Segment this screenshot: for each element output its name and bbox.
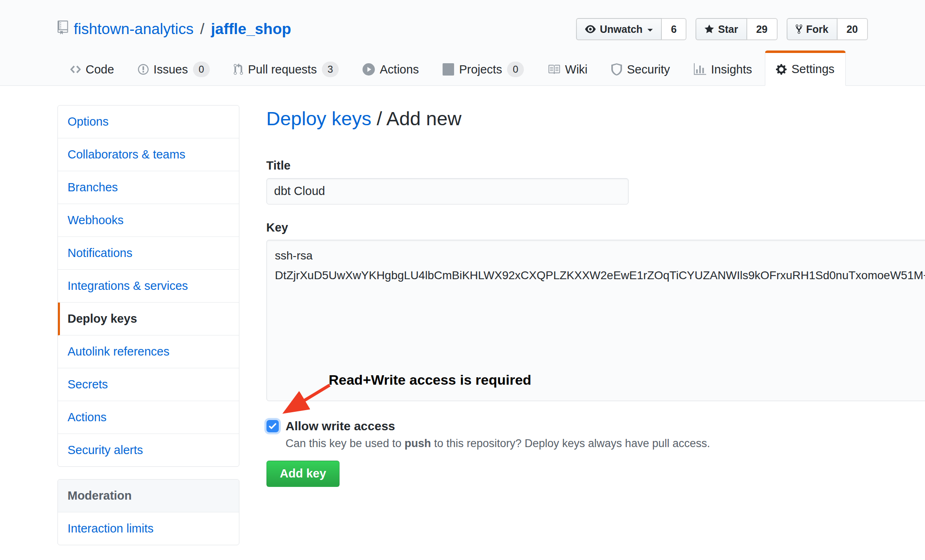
tab-projects[interactable]: Projects0 (432, 50, 535, 86)
tab-settings[interactable]: Settings (765, 50, 846, 86)
settings-sidebar: OptionsCollaborators & teamsBranchesWebh… (57, 105, 239, 545)
unwatch-count[interactable]: 6 (662, 18, 686, 40)
graph-icon (694, 63, 706, 76)
tab-code[interactable]: Code (59, 50, 125, 86)
sidebar-item-deploy-keys[interactable]: Deploy keys (58, 303, 239, 335)
caret-down-icon (647, 28, 653, 33)
sidebar-item-security-alerts[interactable]: Security alerts (58, 434, 239, 466)
page-title: Deploy keys / Add new (266, 108, 925, 129)
star-icon (705, 24, 714, 34)
tab-insights[interactable]: Insights (683, 50, 763, 86)
repo-tabs: CodeIssues0Pull requests3ActionsProjects… (57, 50, 868, 86)
key-label: Key (266, 221, 925, 234)
check-icon (268, 422, 277, 431)
star-count[interactable]: 29 (747, 18, 778, 40)
shield-icon (611, 63, 622, 76)
eye-icon (585, 24, 596, 34)
breadcrumb-current: Add new (386, 108, 461, 129)
deploy-keys-link[interactable]: Deploy keys (266, 108, 372, 129)
tab-actions[interactable]: Actions (351, 50, 430, 86)
gear-icon (776, 63, 787, 76)
tab-issues[interactable]: Issues0 (127, 50, 221, 86)
sidebar-item-collaborators-teams[interactable]: Collaborators & teams (58, 138, 239, 171)
sidebar-item-webhooks[interactable]: Webhooks (58, 204, 239, 237)
fork-icon (796, 24, 802, 34)
play-icon (363, 63, 375, 76)
pull-request-icon (234, 63, 243, 76)
issue-icon (138, 63, 149, 76)
repo-header: fishtown-analytics / jaffle_shop Unwatch… (0, 0, 925, 86)
unwatch-button[interactable]: Unwatch (576, 18, 662, 40)
repo-breadcrumb: fishtown-analytics / jaffle_shop (57, 21, 292, 38)
star-button[interactable]: Star (695, 18, 747, 40)
repo-separator: / (200, 21, 205, 38)
write-access-help-text: Can this key be used to push to this rep… (286, 437, 925, 450)
main-panel: Deploy keys / Add new Title Key ssh-rsa … (266, 105, 925, 487)
add-key-button[interactable]: Add key (266, 461, 340, 487)
sidebar-item-secrets[interactable]: Secrets (58, 368, 239, 401)
fork-count[interactable]: 20 (838, 18, 868, 40)
sidebar-item-interaction-limits[interactable]: Interaction limits (58, 512, 239, 545)
tab-issues-count: 0 (193, 62, 210, 77)
star-button-group: Star29 (695, 18, 777, 40)
sidebar-item-branches[interactable]: Branches (58, 171, 239, 204)
allow-write-access-label[interactable]: Allow write access (286, 419, 395, 433)
settings-menu: OptionsCollaborators & teamsBranchesWebh… (57, 105, 239, 467)
tab-pull-requests[interactable]: Pull requests3 (223, 50, 350, 86)
code-icon (70, 63, 81, 76)
annotation-text: Read+Write access is required (329, 372, 532, 388)
repo-name-link[interactable]: jaffle_shop (211, 21, 291, 38)
sidebar-item-options[interactable]: Options (58, 106, 239, 138)
repo-owner-link[interactable]: fishtown-analytics (74, 21, 194, 38)
tab-wiki[interactable]: Wiki (537, 50, 599, 86)
repo-icon-glyph (57, 21, 68, 34)
sidebar-item-notifications[interactable]: Notifications (58, 237, 239, 270)
tab-pull-requests-count: 3 (322, 62, 339, 77)
fork-button-group: Fork20 (787, 18, 868, 40)
title-label: Title (266, 159, 925, 172)
book-icon (548, 63, 560, 76)
project-icon (443, 63, 454, 76)
breadcrumb-separator: / (372, 108, 387, 129)
moderation-menu: Moderation Interaction limits (57, 479, 239, 545)
title-input[interactable] (266, 178, 629, 204)
tab-security[interactable]: Security (600, 50, 681, 86)
tab-projects-count: 0 (507, 62, 524, 77)
sidebar-item-autolink-references[interactable]: Autolink references (58, 335, 239, 368)
sidebar-item-actions[interactable]: Actions (58, 401, 239, 434)
repo-icon (57, 21, 68, 38)
unwatch-button-group: Unwatch6 (576, 18, 686, 40)
sidebar-item-integrations-services[interactable]: Integrations & services (58, 270, 239, 303)
social-buttons: Unwatch6Star29Fork20 (576, 18, 868, 40)
allow-write-access-checkbox[interactable] (266, 420, 279, 432)
moderation-heading: Moderation (58, 480, 239, 512)
fork-button[interactable]: Fork (787, 18, 838, 40)
